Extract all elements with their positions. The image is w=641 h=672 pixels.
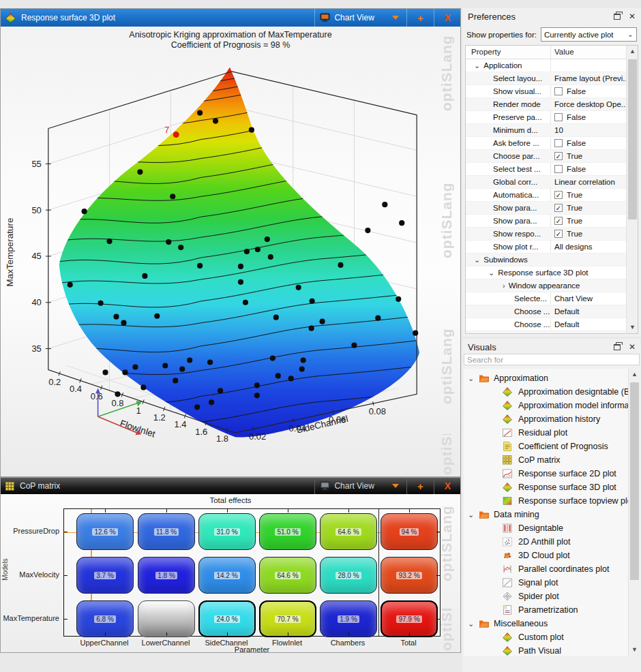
design-point[interactable] bbox=[218, 388, 223, 393]
chevron-down-icon[interactable]: ⌄ bbox=[468, 620, 474, 628]
property-row[interactable]: Select best ...False bbox=[466, 163, 626, 176]
design-point[interactable] bbox=[255, 247, 260, 252]
property-row[interactable]: Choose par...✓True bbox=[466, 150, 626, 163]
property-value[interactable]: Chart View bbox=[554, 294, 593, 303]
property-value[interactable]: ✓True bbox=[554, 217, 582, 225]
tree-item-signal-plot[interactable]: Signal plot bbox=[464, 576, 628, 590]
tree-item-parallel-coordinates-plot[interactable]: Parallel coordinates plot bbox=[464, 562, 628, 576]
design-point[interactable] bbox=[238, 264, 243, 269]
cop-cell[interactable]: 24.0 % bbox=[198, 600, 256, 637]
highlighted-design-point[interactable] bbox=[173, 132, 179, 138]
chevron-down-icon[interactable]: ⌄ bbox=[468, 510, 474, 519]
design-point[interactable] bbox=[265, 236, 270, 242]
cop-cell[interactable]: 28.0 % bbox=[320, 557, 377, 594]
property-row[interactable]: Select layou...Frame layout (Previ... bbox=[466, 72, 626, 85]
property-value[interactable]: ✓True bbox=[554, 204, 582, 212]
property-value[interactable]: Default bbox=[554, 307, 579, 316]
cop-cell[interactable]: 64.6 % bbox=[259, 557, 316, 594]
design-point[interactable] bbox=[244, 249, 250, 254]
design-point[interactable] bbox=[162, 363, 168, 368]
tree-item-parametrization[interactable]: Parametrization bbox=[464, 603, 628, 617]
cop-cell[interactable]: 12.6 % bbox=[76, 513, 134, 550]
cop-cell[interactable]: 70.7 % bbox=[259, 600, 316, 637]
property-group-row[interactable]: ⌄Response surface 3D plot bbox=[466, 266, 626, 279]
chevron-right-icon[interactable]: › bbox=[503, 281, 505, 290]
tree-folder-approximation[interactable]: ⌄Approximation bbox=[464, 371, 628, 385]
design-point[interactable] bbox=[207, 359, 213, 365]
property-value[interactable]: ✓True bbox=[554, 152, 582, 160]
property-row[interactable]: Ask before ...False bbox=[466, 137, 626, 150]
cop-cell[interactable]: 31.0 % bbox=[198, 513, 256, 550]
design-point[interactable] bbox=[288, 376, 294, 381]
chevron-down-icon[interactable]: ⌄ bbox=[468, 374, 474, 383]
property-row[interactable]: Automatica...✓True bbox=[466, 189, 626, 202]
design-point[interactable] bbox=[375, 316, 381, 321]
tree-item-approximation-designtable-be-[interactable]: Approximation designtable (Be... bbox=[464, 385, 628, 399]
property-row[interactable]: Minimum d...10 bbox=[466, 124, 626, 137]
cop-cell[interactable]: 94 % bbox=[381, 513, 438, 550]
cop-cell[interactable]: 97.9 % bbox=[381, 600, 438, 637]
tree-folder-miscellaneous[interactable]: ⌄Miscellaneous bbox=[464, 617, 628, 630]
design-point[interactable] bbox=[275, 373, 281, 378]
close-window-button[interactable]: X bbox=[439, 481, 456, 491]
design-point[interactable] bbox=[113, 314, 119, 320]
checkbox[interactable]: ✓ bbox=[554, 191, 563, 199]
cop-cell[interactable]: 64.6 % bbox=[320, 513, 377, 550]
property-row[interactable]: Preserve pa...False bbox=[466, 111, 626, 124]
property-value[interactable]: 10 bbox=[554, 126, 563, 134]
design-point[interactable] bbox=[270, 355, 275, 361]
properties-scope-select[interactable]: Currently active plot ⌄ bbox=[541, 27, 637, 42]
surface-3d-plot[interactable]: 5550454035 0.20.40.60.811.21.41.61.8 0.0… bbox=[1, 27, 460, 476]
property-row[interactable]: Show para...✓True bbox=[466, 202, 626, 215]
property-value[interactable]: ✓True bbox=[554, 191, 582, 199]
design-point[interactable] bbox=[396, 296, 401, 302]
property-value[interactable]: Default bbox=[554, 320, 579, 329]
cop-cell[interactable]: 1.8 % bbox=[138, 557, 195, 594]
float-panel-icon[interactable] bbox=[614, 14, 621, 20]
design-point[interactable] bbox=[249, 127, 254, 132]
property-value[interactable]: Linear correlation bbox=[554, 178, 615, 186]
add-view-button[interactable]: + bbox=[412, 13, 429, 23]
design-point[interactable] bbox=[365, 228, 370, 233]
design-point[interactable] bbox=[187, 357, 192, 363]
visuals-titlebar[interactable]: Visuals ✕ bbox=[462, 339, 641, 355]
property-group-row[interactable]: ⌄Subwindows bbox=[466, 254, 626, 266]
property-value[interactable]: False bbox=[554, 113, 586, 121]
cop-cell[interactable]: 1.9 % bbox=[320, 600, 377, 637]
checkbox[interactable]: ✓ bbox=[554, 217, 563, 225]
property-row[interactable]: Show respo...✓True bbox=[466, 228, 626, 241]
tree-item-cop-matrix[interactable]: CoP matrix bbox=[464, 453, 628, 467]
property-row[interactable]: Selecte...Chart View bbox=[466, 292, 626, 305]
design-point[interactable] bbox=[68, 282, 73, 288]
property-value[interactable]: Force desktop Ope... bbox=[554, 100, 627, 108]
property-row[interactable]: Choose ...Default bbox=[466, 318, 626, 331]
tree-folder-data-mining[interactable]: ⌄Data mining bbox=[464, 508, 628, 521]
design-point[interactable] bbox=[154, 314, 160, 319]
chevron-down-icon[interactable]: ⌄ bbox=[488, 269, 494, 277]
tree-item-coefficient-of-prognosis[interactable]: Coefficient of Prognosis bbox=[464, 440, 628, 453]
property-row[interactable]: Show visual...False bbox=[466, 85, 626, 98]
property-row[interactable]: Choose ...Default bbox=[466, 331, 626, 334]
design-point[interactable] bbox=[399, 220, 404, 226]
design-point[interactable] bbox=[142, 273, 147, 279]
scroll-down-arrow[interactable]: ▼ bbox=[627, 322, 638, 333]
design-point[interactable] bbox=[82, 209, 87, 214]
design-point[interactable] bbox=[309, 326, 314, 331]
chevron-down-icon[interactable]: ⌄ bbox=[474, 256, 480, 264]
design-point[interactable] bbox=[254, 382, 260, 388]
property-value[interactable]: Default bbox=[554, 333, 579, 334]
property-row[interactable]: Show plot r...All designs bbox=[466, 241, 626, 254]
tree-item-2d-anthill-plot[interactable]: 2D Anthill plot bbox=[464, 535, 628, 549]
property-row[interactable]: Choose ...Default bbox=[466, 305, 626, 318]
design-point[interactable] bbox=[194, 404, 200, 410]
checkbox[interactable] bbox=[554, 113, 563, 121]
design-point[interactable] bbox=[382, 202, 387, 207]
design-point[interactable] bbox=[299, 366, 305, 371]
scroll-down-arrow[interactable]: ▼ bbox=[629, 644, 640, 656]
design-point[interactable] bbox=[137, 169, 143, 174]
tree-item-approximation-model-informat-[interactable]: Approximation model informat... bbox=[464, 399, 628, 412]
window2-titlebar[interactable]: CoP matrix Chart View + X bbox=[1, 478, 460, 494]
window1-titlebar[interactable]: Response surface 3D plot Chart View + X bbox=[1, 9, 460, 27]
design-point[interactable] bbox=[122, 369, 128, 375]
response-surface[interactable] bbox=[59, 67, 419, 438]
